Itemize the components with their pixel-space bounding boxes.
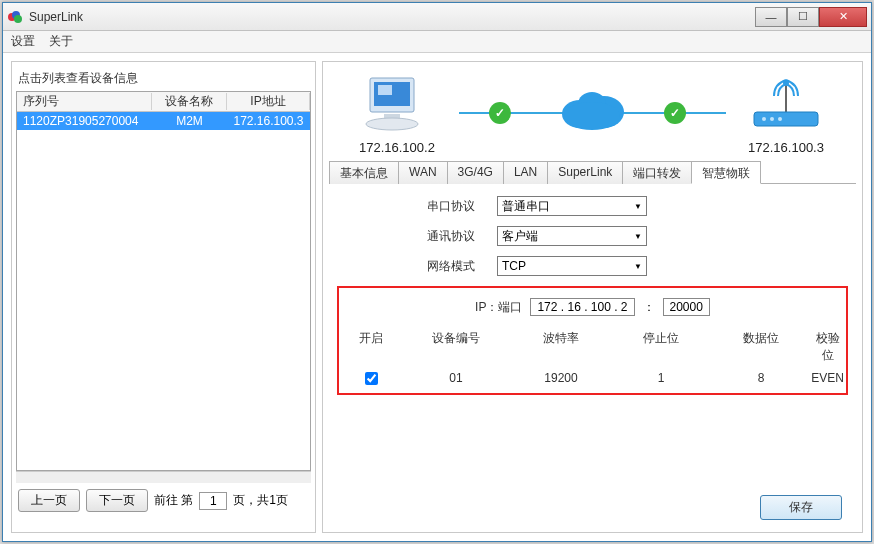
router-ip: 172.16.100.3 <box>748 140 824 155</box>
tab-content-iot: 串口协议 普通串口 ▼ 通讯协议 客户端 ▼ 网络模式 T <box>329 184 856 489</box>
svg-point-2 <box>14 15 22 23</box>
port-input[interactable]: 20000 <box>663 298 710 316</box>
next-page-button[interactable]: 下一页 <box>86 489 148 512</box>
device-list-panel: 点击列表查看设备信息 序列号 设备名称 IP地址 1120ZP319052700… <box>11 61 316 533</box>
pager: 上一页 下一页 前往 第 页，共1页 <box>16 483 311 518</box>
app-window: SuperLink — ☐ ✕ 设置 关于 点击列表查看设备信息 序列号 设备名… <box>2 2 872 542</box>
tab-iot[interactable]: 智慧物联 <box>691 161 761 184</box>
header-serial[interactable]: 序列号 <box>17 93 152 110</box>
horizontal-scrollbar[interactable] <box>16 471 311 483</box>
save-area: 保存 <box>329 489 856 526</box>
router-icon <box>746 74 826 138</box>
titlebar: SuperLink — ☐ ✕ <box>3 3 871 31</box>
dropdown-value: TCP <box>502 259 526 273</box>
check-icon: ✓ <box>664 102 686 124</box>
cell-name: M2M <box>152 114 227 128</box>
label-ip-port: IP：端口 <box>475 299 522 316</box>
label-serial-proto: 串口协议 <box>427 198 497 215</box>
check-icon: ✓ <box>489 102 511 124</box>
window-title: SuperLink <box>29 10 755 24</box>
topology-diagram: ✓ ✓ 172.16.100.2 <box>329 68 856 160</box>
cell-ip: 172.16.100.3 <box>227 114 310 128</box>
header-stop: 停止位 <box>611 330 711 364</box>
cloud-icon <box>556 86 630 132</box>
tab-portfwd[interactable]: 端口转发 <box>622 161 692 184</box>
header-baud: 波特率 <box>511 330 611 364</box>
cell-devno[interactable]: 01 <box>401 371 511 385</box>
dropdown-serial-proto[interactable]: 普通串口 ▼ <box>497 196 647 216</box>
highlighted-config: IP：端口 172 . 16 . 100 . 2 ： 20000 开启 设备编号… <box>337 286 848 395</box>
svg-point-16 <box>770 117 774 121</box>
row-comm-proto: 通讯协议 客户端 ▼ <box>337 226 848 246</box>
prev-page-button[interactable]: 上一页 <box>18 489 80 512</box>
cell-serial: 1120ZP31905270004 <box>17 114 152 128</box>
ip-input[interactable]: 172 . 16 . 100 . 2 <box>530 298 634 316</box>
close-button[interactable]: ✕ <box>819 7 867 27</box>
cell-parity[interactable]: EVEN <box>811 371 844 385</box>
minimize-button[interactable]: — <box>755 7 787 27</box>
row-ip-port: IP：端口 172 . 16 . 100 . 2 ： 20000 <box>341 298 844 316</box>
serial-grid-header: 开启 设备编号 波特率 停止位 数据位 校验位 <box>341 326 844 369</box>
menu-settings[interactable]: 设置 <box>11 33 35 50</box>
svg-point-11 <box>564 102 620 130</box>
port-colon: ： <box>643 299 655 316</box>
header-enable: 开启 <box>341 330 401 364</box>
row-net-mode: 网络模式 TCP ▼ <box>337 256 848 276</box>
app-icon <box>7 9 23 25</box>
header-parity: 校验位 <box>811 330 844 364</box>
label-net-mode: 网络模式 <box>427 258 497 275</box>
cell-data[interactable]: 8 <box>711 371 811 385</box>
cell-baud[interactable]: 19200 <box>511 371 611 385</box>
menubar: 设置 关于 <box>3 31 871 53</box>
cell-stop[interactable]: 1 <box>611 371 711 385</box>
computer-ip: 172.16.100.2 <box>359 140 435 155</box>
dropdown-comm-proto[interactable]: 客户端 ▼ <box>497 226 647 246</box>
header-data: 数据位 <box>711 330 811 364</box>
chevron-down-icon: ▼ <box>634 232 642 241</box>
pager-page-input[interactable] <box>199 492 227 510</box>
tab-wan[interactable]: WAN <box>398 161 448 184</box>
dropdown-net-mode[interactable]: TCP ▼ <box>497 256 647 276</box>
detail-panel: ✓ ✓ 172.16.100.2 <box>322 61 863 533</box>
device-row[interactable]: 1120ZP31905270004 M2M 172.16.100.3 <box>17 112 310 130</box>
device-table: 序列号 设备名称 IP地址 1120ZP31905270004 M2M 172.… <box>16 91 311 471</box>
label-comm-proto: 通讯协议 <box>427 228 497 245</box>
dropdown-value: 客户端 <box>502 228 538 245</box>
tab-3g4g[interactable]: 3G/4G <box>447 161 504 184</box>
svg-point-15 <box>762 117 766 121</box>
tab-bar: 基本信息 WAN 3G/4G LAN SuperLink 端口转发 智慧物联 <box>329 160 856 184</box>
row-serial-proto: 串口协议 普通串口 ▼ <box>337 196 848 216</box>
serial-grid-row: 01 19200 1 8 EVEN <box>341 369 844 387</box>
save-button[interactable]: 保存 <box>760 495 842 520</box>
header-ip[interactable]: IP地址 <box>227 93 310 110</box>
device-table-header: 序列号 设备名称 IP地址 <box>17 92 310 112</box>
svg-rect-5 <box>378 85 392 95</box>
svg-point-13 <box>783 80 789 86</box>
pager-total-label: 页，共1页 <box>233 492 288 509</box>
cloud-node <box>556 86 630 132</box>
device-list-hint: 点击列表查看设备信息 <box>16 66 311 91</box>
tab-basic[interactable]: 基本信息 <box>329 161 399 184</box>
computer-icon <box>362 74 432 138</box>
chevron-down-icon: ▼ <box>634 202 642 211</box>
header-devno: 设备编号 <box>401 330 511 364</box>
dropdown-value: 普通串口 <box>502 198 550 215</box>
pager-goto-label: 前往 第 <box>154 492 193 509</box>
svg-point-17 <box>778 117 782 121</box>
tab-lan[interactable]: LAN <box>503 161 548 184</box>
tab-superlink[interactable]: SuperLink <box>547 161 623 184</box>
svg-point-7 <box>366 118 418 130</box>
maximize-button[interactable]: ☐ <box>787 7 819 27</box>
menu-about[interactable]: 关于 <box>49 33 73 50</box>
computer-node: 172.16.100.2 <box>359 74 435 155</box>
enable-checkbox[interactable] <box>365 372 378 385</box>
window-controls: — ☐ ✕ <box>755 7 867 27</box>
router-node: 172.16.100.3 <box>746 74 826 155</box>
header-name[interactable]: 设备名称 <box>152 93 227 110</box>
content: 点击列表查看设备信息 序列号 设备名称 IP地址 1120ZP319052700… <box>3 53 871 541</box>
chevron-down-icon: ▼ <box>634 262 642 271</box>
